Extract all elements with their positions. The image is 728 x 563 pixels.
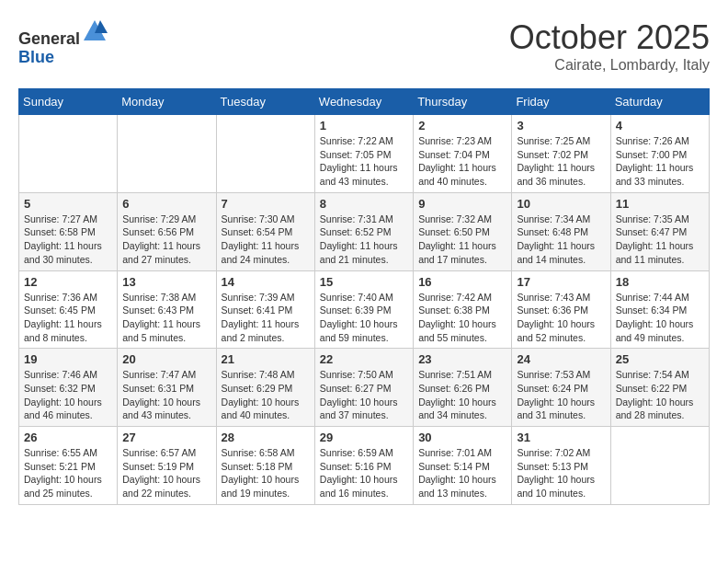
day-number: 27 (122, 431, 210, 444)
calendar-cell: 22Sunrise: 7:50 AM Sunset: 6:27 PM Dayli… (314, 349, 413, 427)
calendar-cell: 27Sunrise: 6:57 AM Sunset: 5:19 PM Dayli… (118, 427, 216, 505)
calendar-cell: 25Sunrise: 7:54 AM Sunset: 6:22 PM Dayli… (610, 349, 709, 427)
month-title: October 2025 (509, 18, 710, 57)
calendar-weekday-header: Sunday (19, 89, 118, 115)
day-info: Sunrise: 7:36 AM Sunset: 6:45 PM Dayligh… (24, 291, 112, 345)
calendar-cell: 28Sunrise: 6:58 AM Sunset: 5:18 PM Dayli… (216, 427, 314, 505)
calendar-cell: 21Sunrise: 7:48 AM Sunset: 6:29 PM Dayli… (216, 349, 314, 427)
day-number: 5 (24, 197, 112, 211)
calendar-cell: 12Sunrise: 7:36 AM Sunset: 6:45 PM Dayli… (19, 270, 118, 349)
logo-general-text: General (18, 29, 80, 48)
day-info: Sunrise: 7:02 AM Sunset: 5:13 PM Dayligh… (517, 446, 605, 500)
day-number: 13 (122, 275, 210, 289)
calendar-cell: 24Sunrise: 7:53 AM Sunset: 6:24 PM Dayli… (512, 349, 610, 427)
day-number: 7 (222, 197, 310, 211)
day-info: Sunrise: 7:53 AM Sunset: 6:24 PM Dayligh… (517, 368, 605, 422)
calendar-weekday-header: Friday (512, 89, 610, 115)
day-info: Sunrise: 7:31 AM Sunset: 6:52 PM Dayligh… (320, 213, 408, 267)
day-number: 1 (320, 119, 408, 132)
day-info: Sunrise: 7:43 AM Sunset: 6:36 PM Dayligh… (517, 291, 605, 345)
calendar-week-row: 26Sunrise: 6:55 AM Sunset: 5:21 PM Dayli… (19, 427, 710, 505)
day-number: 18 (616, 275, 704, 289)
day-info: Sunrise: 7:22 AM Sunset: 7:05 PM Dayligh… (320, 134, 408, 189)
calendar-cell: 17Sunrise: 7:43 AM Sunset: 6:36 PM Dayli… (512, 270, 610, 349)
calendar-cell: 26Sunrise: 6:55 AM Sunset: 5:21 PM Dayli… (19, 427, 118, 505)
day-info: Sunrise: 6:59 AM Sunset: 5:16 PM Dayligh… (320, 446, 408, 500)
calendar-cell: 31Sunrise: 7:02 AM Sunset: 5:13 PM Dayli… (512, 427, 610, 505)
calendar-weekday-header: Wednesday (314, 89, 413, 115)
calendar-cell: 8Sunrise: 7:31 AM Sunset: 6:52 PM Daylig… (314, 192, 413, 270)
calendar-weekday-header: Saturday (610, 89, 709, 115)
day-info: Sunrise: 7:30 AM Sunset: 6:54 PM Dayligh… (222, 213, 310, 267)
location-text: Cairate, Lombardy, Italy (509, 57, 710, 74)
calendar-cell (610, 427, 709, 505)
calendar-weekday-header: Monday (118, 89, 216, 115)
day-info: Sunrise: 7:39 AM Sunset: 6:41 PM Dayligh… (222, 291, 310, 345)
day-info: Sunrise: 7:34 AM Sunset: 6:48 PM Dayligh… (517, 213, 605, 267)
day-info: Sunrise: 7:01 AM Sunset: 5:14 PM Dayligh… (418, 446, 506, 500)
calendar-cell (118, 115, 216, 193)
day-number: 14 (222, 275, 310, 289)
day-number: 2 (418, 119, 506, 132)
calendar-cell: 1Sunrise: 7:22 AM Sunset: 7:05 PM Daylig… (314, 115, 413, 193)
day-number: 9 (418, 197, 506, 211)
calendar-weekday-header: Tuesday (216, 89, 314, 115)
calendar-cell: 23Sunrise: 7:51 AM Sunset: 6:26 PM Dayli… (414, 349, 512, 427)
day-number: 23 (418, 352, 506, 366)
day-number: 11 (616, 197, 704, 211)
day-number: 17 (517, 275, 605, 289)
day-number: 8 (320, 197, 408, 211)
day-number: 24 (517, 352, 605, 366)
calendar-week-row: 1Sunrise: 7:22 AM Sunset: 7:05 PM Daylig… (19, 115, 710, 193)
day-number: 28 (222, 431, 310, 444)
day-info: Sunrise: 7:51 AM Sunset: 6:26 PM Dayligh… (418, 368, 506, 422)
day-number: 26 (24, 431, 112, 444)
day-number: 31 (517, 431, 605, 444)
day-number: 20 (122, 352, 210, 366)
day-info: Sunrise: 7:26 AM Sunset: 7:00 PM Dayligh… (616, 134, 704, 189)
day-number: 3 (517, 119, 605, 132)
calendar-weekday-header: Thursday (414, 89, 512, 115)
logo-icon (82, 18, 108, 44)
day-number: 10 (517, 197, 605, 211)
day-info: Sunrise: 7:32 AM Sunset: 6:50 PM Dayligh… (418, 213, 506, 267)
day-info: Sunrise: 7:44 AM Sunset: 6:34 PM Dayligh… (616, 291, 704, 345)
day-info: Sunrise: 7:35 AM Sunset: 6:47 PM Dayligh… (616, 213, 704, 267)
calendar-cell: 14Sunrise: 7:39 AM Sunset: 6:41 PM Dayli… (216, 270, 314, 349)
calendar-cell: 18Sunrise: 7:44 AM Sunset: 6:34 PM Dayli… (610, 270, 709, 349)
day-number: 4 (616, 119, 704, 132)
calendar-cell (216, 115, 314, 193)
calendar-week-row: 12Sunrise: 7:36 AM Sunset: 6:45 PM Dayli… (19, 270, 710, 349)
calendar-cell: 30Sunrise: 7:01 AM Sunset: 5:14 PM Dayli… (414, 427, 512, 505)
calendar-week-row: 19Sunrise: 7:46 AM Sunset: 6:32 PM Dayli… (19, 349, 710, 427)
day-number: 21 (222, 352, 310, 366)
day-number: 29 (320, 431, 408, 444)
day-info: Sunrise: 7:42 AM Sunset: 6:38 PM Dayligh… (418, 291, 506, 345)
day-number: 16 (418, 275, 506, 289)
calendar-cell: 4Sunrise: 7:26 AM Sunset: 7:00 PM Daylig… (610, 115, 709, 193)
calendar-cell: 5Sunrise: 7:27 AM Sunset: 6:58 PM Daylig… (19, 192, 118, 270)
calendar-cell: 13Sunrise: 7:38 AM Sunset: 6:43 PM Dayli… (118, 270, 216, 349)
calendar-cell: 10Sunrise: 7:34 AM Sunset: 6:48 PM Dayli… (512, 192, 610, 270)
calendar-cell: 29Sunrise: 6:59 AM Sunset: 5:16 PM Dayli… (314, 427, 413, 505)
day-info: Sunrise: 7:47 AM Sunset: 6:31 PM Dayligh… (122, 368, 210, 422)
day-number: 6 (122, 197, 210, 211)
day-number: 12 (24, 275, 112, 289)
calendar-cell: 6Sunrise: 7:29 AM Sunset: 6:56 PM Daylig… (118, 192, 216, 270)
day-info: Sunrise: 7:46 AM Sunset: 6:32 PM Dayligh… (24, 368, 112, 422)
calendar-cell (19, 115, 118, 193)
title-block: October 2025 Cairate, Lombardy, Italy (509, 18, 710, 74)
day-info: Sunrise: 6:58 AM Sunset: 5:18 PM Dayligh… (222, 446, 310, 500)
day-info: Sunrise: 7:50 AM Sunset: 6:27 PM Dayligh… (320, 368, 408, 422)
calendar-cell: 3Sunrise: 7:25 AM Sunset: 7:02 PM Daylig… (512, 115, 610, 193)
calendar-table: SundayMondayTuesdayWednesdayThursdayFrid… (18, 88, 710, 505)
day-info: Sunrise: 7:40 AM Sunset: 6:39 PM Dayligh… (320, 291, 408, 345)
day-number: 15 (320, 275, 408, 289)
day-info: Sunrise: 6:55 AM Sunset: 5:21 PM Dayligh… (24, 446, 112, 500)
calendar-cell: 20Sunrise: 7:47 AM Sunset: 6:31 PM Dayli… (118, 349, 216, 427)
calendar-cell: 7Sunrise: 7:30 AM Sunset: 6:54 PM Daylig… (216, 192, 314, 270)
logo: General Blue (18, 18, 108, 67)
calendar-cell: 19Sunrise: 7:46 AM Sunset: 6:32 PM Dayli… (19, 349, 118, 427)
calendar-cell: 2Sunrise: 7:23 AM Sunset: 7:04 PM Daylig… (414, 115, 512, 193)
day-info: Sunrise: 7:29 AM Sunset: 6:56 PM Dayligh… (122, 213, 210, 267)
